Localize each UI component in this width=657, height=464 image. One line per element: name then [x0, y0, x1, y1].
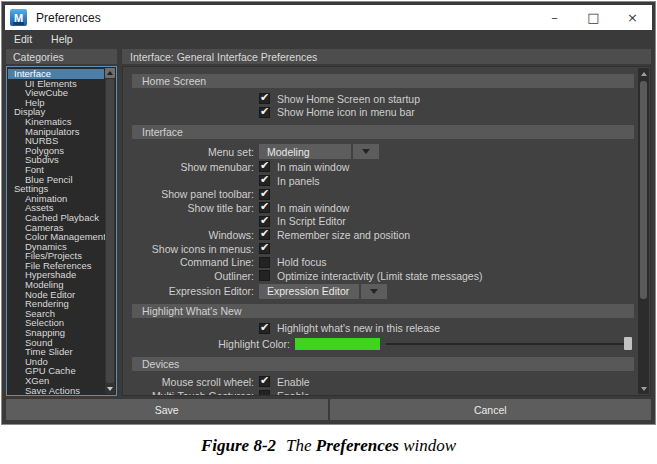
categories-sidebar: Categories InterfaceUI ElementsViewCubeH…: [6, 49, 117, 396]
field-label: Mouse scroll wheel:: [132, 376, 254, 388]
scroll-up-icon[interactable]: [105, 68, 115, 78]
pref-row-title-bar: Show title bar: In main window: [132, 201, 634, 215]
checkbox-label: Hold focus: [277, 256, 327, 268]
preferences-main-panel: Interface: General Interface Preferences…: [122, 49, 651, 396]
scroll-down-icon[interactable]: [638, 383, 649, 394]
checkbox-label: In main window: [277, 202, 349, 214]
pref-row-outliner: Outliner: Optimize interactivity (Limit …: [132, 269, 634, 283]
checkbox-multitouch[interactable]: [259, 390, 270, 396]
maya-app-icon: M: [10, 9, 27, 26]
section-interface[interactable]: Interface: [132, 125, 634, 139]
maya-icon-letter: M: [14, 12, 23, 24]
content-scrollbar[interactable]: [638, 68, 649, 394]
scroll-down-icon[interactable]: [105, 384, 115, 394]
checkbox-menubar-main[interactable]: [259, 161, 270, 172]
checkbox-panel-toolbar[interactable]: [259, 189, 270, 200]
save-button[interactable]: Save: [6, 399, 328, 420]
close-button[interactable]: ×: [613, 5, 652, 30]
preferences-window: M Preferences – □ × Edit Help Categories…: [1, 1, 656, 425]
chevron-down-icon[interactable]: [353, 144, 379, 159]
checkbox-label: Enable: [277, 376, 310, 388]
highlight-color-swatch[interactable]: [295, 338, 380, 350]
section-home-screen[interactable]: Home Screen: [132, 74, 634, 88]
dialog-buttons: Save Cancel: [6, 399, 651, 420]
pref-row-mouse-wheel: Mouse scroll wheel: Enable: [132, 375, 634, 389]
slider-track[interactable]: [386, 343, 624, 345]
pref-row-show-menubar: Show menubar: In main window: [132, 160, 634, 174]
field-label: Show menubar:: [132, 161, 254, 173]
menu-set-dropdown[interactable]: Modeling: [259, 144, 379, 159]
checkbox-label: In Script Editor: [277, 215, 346, 227]
field-label: Outliner:: [132, 270, 254, 282]
checkbox-home-startup[interactable]: [259, 93, 270, 104]
checkbox-remember-size[interactable]: [259, 229, 270, 240]
dropdown-value: Modeling: [259, 144, 351, 159]
menu-edit[interactable]: Edit: [14, 33, 32, 45]
pref-row-highlight-new: Highlight what's new in this release: [132, 322, 634, 336]
preferences-content: Home Screen Show Home Screen on startup …: [122, 66, 651, 396]
checkbox-label: Enable: [277, 390, 310, 396]
field-label: Highlight Color:: [132, 338, 290, 350]
pref-row-highlight-color: Highlight Color:: [132, 335, 634, 352]
pref-row-multitouch: Multi-Touch Gestures: Enable: [132, 389, 634, 396]
checkbox-mouse-wheel[interactable]: [259, 376, 270, 387]
content-scrollbar-thumb[interactable]: [640, 81, 647, 299]
dropdown-value: Expression Editor: [259, 284, 359, 299]
title-bar: M Preferences – □ ×: [5, 5, 652, 30]
main-panel-header: Interface: General Interface Preferences: [122, 49, 651, 64]
section-devices[interactable]: Devices: [132, 357, 634, 371]
field-label: Expression Editor:: [132, 285, 254, 297]
categories-header: Categories: [6, 49, 117, 64]
window-title: Preferences: [36, 11, 101, 25]
checkbox-titlebar-main[interactable]: [259, 202, 270, 213]
checkbox-label: Highlight what's new in this release: [277, 322, 440, 334]
field-label: Windows:: [132, 229, 254, 241]
pref-row-in-panels: In panels: [132, 174, 634, 188]
category-listbox: InterfaceUI ElementsViewCubeHelpDisplayK…: [6, 66, 117, 396]
menu-bar: Edit Help: [2, 30, 655, 48]
checkbox-in-panels[interactable]: [259, 175, 270, 186]
checkbox-label: In panels: [277, 175, 320, 187]
field-label: Show icons in menus:: [132, 243, 254, 255]
checkbox-outliner-optimize[interactable]: [259, 270, 270, 281]
checkbox-hold-focus[interactable]: [259, 257, 270, 268]
pref-row-icons-in-menus: Show icons in menus:: [132, 242, 634, 256]
checkbox-label: Remember size and position: [277, 229, 410, 241]
field-label: Show panel toolbar:: [132, 188, 254, 200]
pref-row-command-line: Command Line: Hold focus: [132, 255, 634, 269]
field-label: Command Line:: [132, 256, 254, 268]
pref-row-menu-set: Menu set: Modeling: [132, 143, 634, 160]
window-controls: – □ ×: [535, 5, 652, 30]
pref-row-expression-editor: Expression Editor: Expression Editor: [132, 283, 634, 300]
checkbox-label: In main window: [277, 161, 349, 173]
sidebar-scrollbar[interactable]: [105, 68, 115, 394]
highlight-color-slider[interactable]: [386, 337, 632, 350]
chevron-down-icon[interactable]: [361, 284, 387, 299]
field-label: Multi-Touch Gestures:: [132, 390, 254, 396]
caption-post: window: [403, 436, 456, 455]
checkbox-highlight-new[interactable]: [259, 323, 270, 334]
caption-pre: The: [286, 436, 312, 455]
cancel-button[interactable]: Cancel: [330, 399, 652, 420]
expression-editor-dropdown[interactable]: Expression Editor: [259, 284, 387, 299]
menu-help[interactable]: Help: [51, 33, 73, 45]
sidebar-scrollbar-thumb[interactable]: [106, 79, 114, 383]
scroll-up-icon[interactable]: [638, 68, 649, 79]
pref-row-panel-toolbar: Show panel toolbar:: [132, 187, 634, 201]
field-label: Menu set:: [132, 146, 254, 158]
checkbox-home-icon[interactable]: [259, 107, 270, 118]
pref-row-windows: Windows: Remember size and position: [132, 228, 634, 242]
minimize-button[interactable]: –: [535, 5, 574, 30]
checkbox-script-editor[interactable]: [259, 216, 270, 227]
checkbox-icons-in-menus[interactable]: [259, 243, 270, 254]
field-label: Show title bar:: [132, 202, 254, 214]
checkbox-label: Show Home Screen on startup: [277, 93, 420, 105]
window-body: Categories InterfaceUI ElementsViewCubeH…: [2, 49, 655, 396]
slider-handle[interactable]: [624, 337, 632, 350]
pref-row-home-startup: Show Home Screen on startup: [132, 92, 634, 106]
sidebar-item-save-actions[interactable]: Save Actions: [11, 386, 104, 396]
maximize-button[interactable]: □: [574, 5, 613, 30]
section-whats-new[interactable]: Highlight What's New: [132, 304, 634, 318]
category-list: InterfaceUI ElementsViewCubeHelpDisplayK…: [11, 69, 104, 395]
pref-row-home-icon: Show Home icon in menu bar: [132, 106, 634, 120]
